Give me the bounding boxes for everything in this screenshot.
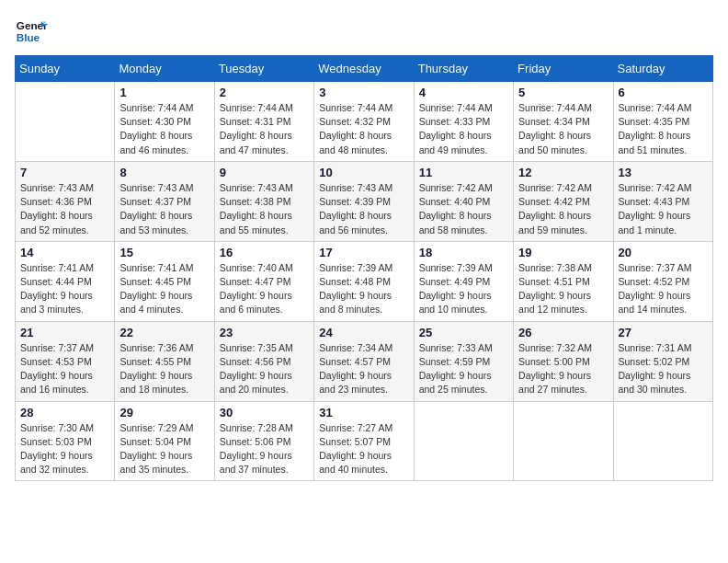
day-number: 20 (619, 246, 708, 259)
day-number: 11 (419, 166, 508, 179)
calendar-cell: 18Sunrise: 7:39 AMSunset: 4:49 PMDayligh… (414, 241, 513, 321)
calendar-cell: 14Sunrise: 7:41 AMSunset: 4:44 PMDayligh… (16, 241, 115, 321)
calendar-cell (613, 401, 712, 481)
day-info: Sunrise: 7:39 AMSunset: 4:48 PMDaylight:… (319, 261, 408, 317)
calendar-cell: 13Sunrise: 7:42 AMSunset: 4:43 PMDayligh… (613, 161, 712, 241)
day-number: 21 (20, 326, 109, 339)
day-info: Sunrise: 7:42 AMSunset: 4:43 PMDaylight:… (619, 181, 708, 237)
day-info: Sunrise: 7:39 AMSunset: 4:49 PMDaylight:… (419, 261, 508, 317)
day-info: Sunrise: 7:34 AMSunset: 4:57 PMDaylight:… (319, 341, 408, 397)
calendar-cell: 30Sunrise: 7:28 AMSunset: 5:06 PMDayligh… (214, 401, 313, 481)
calendar-cell (16, 82, 115, 162)
day-number: 31 (319, 406, 408, 419)
day-number: 15 (119, 246, 209, 259)
calendar-cell: 28Sunrise: 7:30 AMSunset: 5:03 PMDayligh… (16, 401, 115, 481)
day-info: Sunrise: 7:44 AMSunset: 4:35 PMDaylight:… (619, 101, 708, 157)
day-number: 19 (518, 246, 608, 259)
weekday-header-saturday: Saturday (613, 56, 712, 82)
day-number: 5 (518, 86, 608, 99)
weekday-header-row: SundayMondayTuesdayWednesdayThursdayFrid… (16, 56, 713, 82)
day-number: 25 (419, 326, 508, 339)
day-number: 2 (220, 86, 309, 99)
day-number: 6 (619, 86, 708, 99)
calendar-week-row: 28Sunrise: 7:30 AMSunset: 5:03 PMDayligh… (16, 401, 713, 481)
weekday-header-friday: Friday (514, 56, 613, 82)
day-number: 12 (518, 166, 608, 179)
day-number: 29 (119, 406, 209, 419)
day-info: Sunrise: 7:44 AMSunset: 4:33 PMDaylight:… (419, 101, 508, 157)
day-info: Sunrise: 7:29 AMSunset: 5:04 PMDaylight:… (119, 421, 209, 477)
day-info: Sunrise: 7:41 AMSunset: 4:45 PMDaylight:… (119, 261, 209, 317)
weekday-header-monday: Monday (115, 56, 214, 82)
svg-text:Blue: Blue (17, 31, 40, 43)
day-number: 9 (220, 166, 309, 179)
calendar-cell: 25Sunrise: 7:33 AMSunset: 4:59 PMDayligh… (414, 321, 513, 401)
calendar-cell: 10Sunrise: 7:43 AMSunset: 4:39 PMDayligh… (314, 161, 414, 241)
calendar-cell: 2Sunrise: 7:44 AMSunset: 4:31 PMDaylight… (214, 82, 313, 162)
day-info: Sunrise: 7:44 AMSunset: 4:32 PMDaylight:… (319, 101, 408, 157)
calendar-cell: 1Sunrise: 7:44 AMSunset: 4:30 PMDaylight… (115, 82, 214, 162)
day-info: Sunrise: 7:44 AMSunset: 4:30 PMDaylight:… (119, 101, 209, 157)
day-info: Sunrise: 7:42 AMSunset: 4:42 PMDaylight:… (518, 181, 608, 237)
calendar-week-row: 1Sunrise: 7:44 AMSunset: 4:30 PMDaylight… (16, 82, 713, 162)
calendar-table: SundayMondayTuesdayWednesdayThursdayFrid… (15, 55, 713, 481)
calendar-cell: 27Sunrise: 7:31 AMSunset: 5:02 PMDayligh… (613, 321, 712, 401)
logo-icon: General Blue (15, 15, 48, 48)
day-info: Sunrise: 7:32 AMSunset: 5:00 PMDaylight:… (518, 341, 608, 397)
calendar-cell: 12Sunrise: 7:42 AMSunset: 4:42 PMDayligh… (514, 161, 613, 241)
day-info: Sunrise: 7:44 AMSunset: 4:31 PMDaylight:… (220, 101, 309, 157)
day-number: 27 (619, 326, 708, 339)
calendar-cell: 6Sunrise: 7:44 AMSunset: 4:35 PMDaylight… (613, 82, 712, 162)
calendar-cell: 5Sunrise: 7:44 AMSunset: 4:34 PMDaylight… (514, 82, 613, 162)
calendar-cell: 26Sunrise: 7:32 AMSunset: 5:00 PMDayligh… (514, 321, 613, 401)
day-info: Sunrise: 7:27 AMSunset: 5:07 PMDaylight:… (319, 421, 408, 477)
day-number: 24 (319, 326, 408, 339)
weekday-header-tuesday: Tuesday (214, 56, 313, 82)
calendar-cell: 19Sunrise: 7:38 AMSunset: 4:51 PMDayligh… (514, 241, 613, 321)
calendar-week-row: 14Sunrise: 7:41 AMSunset: 4:44 PMDayligh… (16, 241, 713, 321)
day-number: 10 (319, 166, 408, 179)
day-info: Sunrise: 7:28 AMSunset: 5:06 PMDaylight:… (220, 421, 309, 477)
day-number: 28 (20, 406, 109, 419)
weekday-header-sunday: Sunday (16, 56, 115, 82)
day-number: 14 (20, 246, 109, 259)
weekday-header-wednesday: Wednesday (314, 56, 414, 82)
calendar-cell: 31Sunrise: 7:27 AMSunset: 5:07 PMDayligh… (314, 401, 414, 481)
calendar-cell: 9Sunrise: 7:43 AMSunset: 4:38 PMDaylight… (214, 161, 313, 241)
calendar-cell: 21Sunrise: 7:37 AMSunset: 4:53 PMDayligh… (16, 321, 115, 401)
day-info: Sunrise: 7:37 AMSunset: 4:52 PMDaylight:… (619, 261, 708, 317)
day-info: Sunrise: 7:33 AMSunset: 4:59 PMDaylight:… (419, 341, 508, 397)
calendar-cell: 23Sunrise: 7:35 AMSunset: 4:56 PMDayligh… (214, 321, 313, 401)
day-info: Sunrise: 7:43 AMSunset: 4:36 PMDaylight:… (20, 181, 109, 237)
day-number: 17 (319, 246, 408, 259)
calendar-cell: 4Sunrise: 7:44 AMSunset: 4:33 PMDaylight… (414, 82, 513, 162)
day-info: Sunrise: 7:40 AMSunset: 4:47 PMDaylight:… (220, 261, 309, 317)
calendar-cell: 20Sunrise: 7:37 AMSunset: 4:52 PMDayligh… (613, 241, 712, 321)
day-number: 13 (619, 166, 708, 179)
calendar-week-row: 7Sunrise: 7:43 AMSunset: 4:36 PMDaylight… (16, 161, 713, 241)
logo: General Blue (15, 15, 48, 48)
calendar-week-row: 21Sunrise: 7:37 AMSunset: 4:53 PMDayligh… (16, 321, 713, 401)
calendar-cell: 22Sunrise: 7:36 AMSunset: 4:55 PMDayligh… (115, 321, 214, 401)
calendar-cell: 29Sunrise: 7:29 AMSunset: 5:04 PMDayligh… (115, 401, 214, 481)
day-number: 18 (419, 246, 508, 259)
day-number: 23 (220, 326, 309, 339)
calendar-cell: 3Sunrise: 7:44 AMSunset: 4:32 PMDaylight… (314, 82, 414, 162)
calendar-cell: 15Sunrise: 7:41 AMSunset: 4:45 PMDayligh… (115, 241, 214, 321)
day-info: Sunrise: 7:44 AMSunset: 4:34 PMDaylight:… (518, 101, 608, 157)
day-info: Sunrise: 7:35 AMSunset: 4:56 PMDaylight:… (220, 341, 309, 397)
day-info: Sunrise: 7:43 AMSunset: 4:39 PMDaylight:… (319, 181, 408, 237)
day-info: Sunrise: 7:43 AMSunset: 4:38 PMDaylight:… (220, 181, 309, 237)
calendar-cell (514, 401, 613, 481)
day-number: 16 (220, 246, 309, 259)
calendar-cell: 11Sunrise: 7:42 AMSunset: 4:40 PMDayligh… (414, 161, 513, 241)
calendar-cell: 24Sunrise: 7:34 AMSunset: 4:57 PMDayligh… (314, 321, 414, 401)
calendar-cell: 7Sunrise: 7:43 AMSunset: 4:36 PMDaylight… (16, 161, 115, 241)
calendar-cell (414, 401, 513, 481)
calendar-cell: 8Sunrise: 7:43 AMSunset: 4:37 PMDaylight… (115, 161, 214, 241)
day-info: Sunrise: 7:36 AMSunset: 4:55 PMDaylight:… (119, 341, 209, 397)
day-number: 8 (119, 166, 209, 179)
day-number: 22 (119, 326, 209, 339)
day-number: 3 (319, 86, 408, 99)
day-info: Sunrise: 7:43 AMSunset: 4:37 PMDaylight:… (119, 181, 209, 237)
